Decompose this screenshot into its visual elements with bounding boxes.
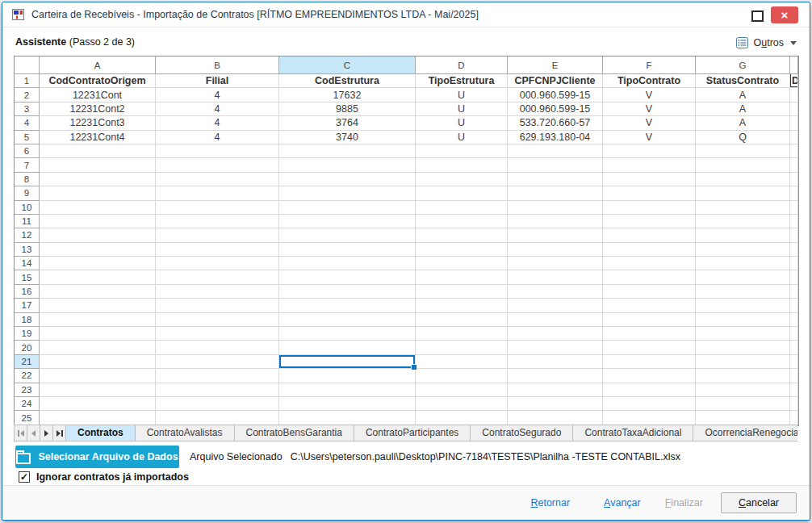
grid-cell-partial[interactable] xyxy=(790,257,798,270)
grid-cell[interactable] xyxy=(603,257,696,270)
grid-cell[interactable] xyxy=(696,186,790,200)
row-header-20[interactable]: 20 xyxy=(15,341,40,354)
grid-cell[interactable] xyxy=(603,215,696,228)
grid-cell[interactable] xyxy=(279,215,416,228)
tab-Contratos[interactable]: Contratos xyxy=(65,425,136,441)
grid-cell[interactable] xyxy=(156,369,279,383)
grid-cell[interactable] xyxy=(696,201,790,215)
column-header-F[interactable]: F xyxy=(603,56,696,74)
grid-cell[interactable] xyxy=(156,285,279,299)
grid-cell[interactable] xyxy=(508,158,603,172)
column-header-G[interactable]: G xyxy=(696,56,790,74)
grid-cell[interactable] xyxy=(279,299,416,312)
row-header-1[interactable]: 1 xyxy=(15,74,40,88)
grid-cell[interactable] xyxy=(40,397,156,411)
grid-cell[interactable]: 000.960.599-15 xyxy=(508,88,603,102)
grid-cell[interactable] xyxy=(696,369,790,383)
grid-cell-partial[interactable] xyxy=(790,88,798,102)
grid-cell[interactable] xyxy=(508,228,603,242)
grid-cell[interactable]: 4 xyxy=(156,88,279,102)
select-data-file-button[interactable]: Selecionar Arquivo de Dados xyxy=(15,446,179,468)
grid-cell[interactable] xyxy=(40,186,156,200)
tab-ContratoAvalistas[interactable]: ContratoAvalistas xyxy=(135,425,235,441)
grid-cell-partial[interactable] xyxy=(790,369,798,383)
grid-cell-partial[interactable] xyxy=(790,313,798,327)
grid-cell[interactable]: A xyxy=(696,116,790,130)
grid-cell[interactable]: TipoEstrutura xyxy=(416,74,508,88)
grid-cell[interactable]: Q xyxy=(696,131,790,144)
grid-cell[interactable] xyxy=(156,228,279,242)
grid-cell[interactable] xyxy=(508,144,603,158)
grid-cell[interactable] xyxy=(603,243,696,257)
grid-cell[interactable] xyxy=(603,299,696,312)
grid-cell[interactable] xyxy=(696,270,790,284)
grid-cell[interactable] xyxy=(156,270,279,284)
grid-cell[interactable] xyxy=(279,186,416,200)
grid-cell[interactable] xyxy=(416,173,508,186)
grid-cell[interactable]: U xyxy=(416,88,508,102)
column-header-A[interactable]: A xyxy=(40,56,156,74)
grid-cell[interactable] xyxy=(603,397,696,411)
tab-ContratoSegurado[interactable]: ContratoSegurado xyxy=(470,425,573,441)
grid-cell[interactable] xyxy=(508,341,603,354)
grid-cell[interactable] xyxy=(416,270,508,284)
grid-cell[interactable] xyxy=(603,228,696,242)
grid-cell[interactable] xyxy=(156,313,279,327)
grid-cell-partial[interactable] xyxy=(790,285,798,299)
grid-cell-partial[interactable] xyxy=(790,270,798,284)
row-header-23[interactable]: 23 xyxy=(15,383,40,397)
grid-cell[interactable] xyxy=(40,285,156,299)
row-header-12[interactable]: 12 xyxy=(15,228,40,242)
grid-cell[interactable] xyxy=(416,299,508,312)
grid-cell-partial[interactable] xyxy=(790,243,798,257)
grid-cell[interactable]: 12231Cont xyxy=(40,88,156,102)
grid-cell[interactable] xyxy=(696,285,790,299)
finalizar-link[interactable]: Finalizar xyxy=(665,497,703,508)
row-header-2[interactable]: 2 xyxy=(15,88,40,102)
grid-cell[interactable] xyxy=(156,243,279,257)
grid-cell[interactable] xyxy=(696,215,790,228)
column-header-C[interactable]: C xyxy=(279,56,416,74)
row-header-8[interactable]: 8 xyxy=(15,173,40,186)
grid-cell[interactable]: CPFCNPJCliente xyxy=(508,74,603,88)
grid-cell[interactable] xyxy=(416,341,508,354)
row-header-15[interactable]: 15 xyxy=(15,270,40,284)
grid-cell-partial[interactable] xyxy=(790,186,798,200)
grid-cell[interactable]: 4 xyxy=(156,116,279,130)
grid-cell[interactable]: 12231Cont3 xyxy=(40,116,156,130)
row-header-13[interactable]: 13 xyxy=(15,243,40,257)
grid-cell[interactable]: 12231Cont4 xyxy=(40,131,156,144)
grid-cell-partial[interactable] xyxy=(790,383,798,397)
grid-cell[interactable]: V xyxy=(603,88,696,102)
grid-cell[interactable]: 629.193.180-04 xyxy=(508,131,603,144)
row-header-4[interactable]: 4 xyxy=(15,116,40,130)
close-button[interactable]: × xyxy=(771,6,798,23)
grid-cell[interactable] xyxy=(156,411,279,425)
grid-cell[interactable] xyxy=(40,257,156,270)
grid-cell[interactable]: CodContratoOrigem xyxy=(40,74,156,88)
grid-cell[interactable] xyxy=(508,383,603,397)
grid-cell[interactable] xyxy=(508,257,603,270)
grid-cell[interactable] xyxy=(40,355,156,369)
grid-cell[interactable] xyxy=(416,327,508,341)
tab-ContratoBensGarantia[interactable]: ContratoBensGarantia xyxy=(234,425,354,441)
grid-cell[interactable] xyxy=(156,144,279,158)
grid-cell[interactable] xyxy=(40,313,156,327)
grid-cell[interactable] xyxy=(416,285,508,299)
grid-cell[interactable]: V xyxy=(603,116,696,130)
grid-cell[interactable] xyxy=(279,411,416,425)
grid-cell[interactable] xyxy=(156,299,279,312)
grid-cell[interactable] xyxy=(40,383,156,397)
grid-cell-partial[interactable] xyxy=(790,201,798,215)
grid-cell[interactable] xyxy=(40,327,156,341)
grid-cell[interactable] xyxy=(696,243,790,257)
grid-cell-partial[interactable]: D xyxy=(790,74,798,88)
grid-cell[interactable]: A xyxy=(696,103,790,116)
outros-button[interactable]: Outros xyxy=(736,33,797,52)
grid-cell[interactable] xyxy=(156,355,279,369)
grid-cell[interactable] xyxy=(279,369,416,383)
grid-cell-partial[interactable] xyxy=(790,116,798,130)
grid-cell[interactable] xyxy=(279,383,416,397)
grid-cell[interactable] xyxy=(279,270,416,284)
grid-cell[interactable]: 17632 xyxy=(279,88,416,102)
